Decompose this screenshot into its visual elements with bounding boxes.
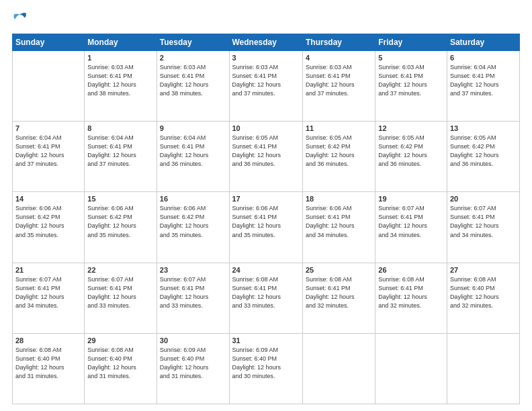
day-cell (447, 333, 519, 404)
day-info: Sunrise: 6:06 AM Sunset: 6:42 PM Dayligh… (87, 204, 153, 239)
day-number: 29 (87, 336, 153, 345)
day-info: Sunrise: 6:07 AM Sunset: 6:41 PM Dayligh… (87, 275, 153, 310)
day-info: Sunrise: 6:08 AM Sunset: 6:41 PM Dayligh… (232, 275, 300, 310)
day-number: 20 (450, 195, 517, 203)
day-info: Sunrise: 6:03 AM Sunset: 6:41 PM Dayligh… (87, 63, 153, 98)
day-cell: 4Sunrise: 6:03 AM Sunset: 6:41 PM Daylig… (302, 51, 375, 122)
week-row-4: 21Sunrise: 6:07 AM Sunset: 6:41 PM Dayli… (13, 263, 520, 333)
day-info: Sunrise: 6:07 AM Sunset: 6:41 PM Dayligh… (160, 275, 226, 310)
day-number: 21 (15, 266, 81, 274)
day-info: Sunrise: 6:05 AM Sunset: 6:42 PM Dayligh… (306, 134, 372, 169)
day-cell: 17Sunrise: 6:06 AM Sunset: 6:41 PM Dayli… (229, 192, 302, 263)
day-number: 14 (15, 195, 81, 203)
day-number: 19 (378, 195, 444, 203)
day-info: Sunrise: 6:04 AM Sunset: 6:41 PM Dayligh… (160, 134, 226, 169)
day-number: 6 (450, 54, 517, 62)
day-number: 30 (160, 336, 226, 345)
day-info: Sunrise: 6:03 AM Sunset: 6:41 PM Dayligh… (160, 63, 226, 98)
day-cell: 28Sunrise: 6:08 AM Sunset: 6:40 PM Dayli… (13, 333, 85, 404)
day-number: 9 (160, 124, 226, 132)
day-cell: 21Sunrise: 6:07 AM Sunset: 6:41 PM Dayli… (13, 263, 85, 333)
weekday-header-sunday: Sunday (13, 34, 85, 51)
day-info: Sunrise: 6:06 AM Sunset: 6:42 PM Dayligh… (160, 204, 226, 239)
day-number: 18 (306, 195, 372, 203)
weekday-header-tuesday: Tuesday (157, 34, 229, 51)
day-cell: 26Sunrise: 6:08 AM Sunset: 6:41 PM Dayli… (375, 263, 447, 333)
weekday-header-wednesday: Wednesday (229, 34, 302, 51)
day-number: 2 (160, 54, 226, 62)
day-number: 27 (450, 266, 517, 274)
day-number: 12 (378, 124, 444, 132)
day-cell: 22Sunrise: 6:07 AM Sunset: 6:41 PM Dayli… (85, 263, 157, 333)
day-cell: 25Sunrise: 6:08 AM Sunset: 6:41 PM Dayli… (302, 263, 375, 333)
day-info: Sunrise: 6:06 AM Sunset: 6:42 PM Dayligh… (15, 204, 81, 239)
day-cell: 6Sunrise: 6:04 AM Sunset: 6:41 PM Daylig… (447, 51, 519, 122)
day-number: 1 (87, 54, 153, 62)
calendar-page: SundayMondayTuesdayWednesdayThursdayFrid… (0, 0, 532, 411)
day-cell: 10Sunrise: 6:05 AM Sunset: 6:41 PM Dayli… (229, 122, 302, 192)
week-row-5: 28Sunrise: 6:08 AM Sunset: 6:40 PM Dayli… (13, 333, 520, 404)
calendar-table: SundayMondayTuesdayWednesdayThursdayFrid… (12, 34, 520, 404)
day-cell: 24Sunrise: 6:08 AM Sunset: 6:41 PM Dayli… (229, 263, 302, 333)
day-info: Sunrise: 6:05 AM Sunset: 6:42 PM Dayligh… (450, 134, 517, 169)
day-cell: 12Sunrise: 6:05 AM Sunset: 6:42 PM Dayli… (375, 122, 447, 192)
day-cell: 2Sunrise: 6:03 AM Sunset: 6:41 PM Daylig… (157, 51, 229, 122)
day-cell: 23Sunrise: 6:07 AM Sunset: 6:41 PM Dayli… (157, 263, 229, 333)
day-info: Sunrise: 6:04 AM Sunset: 6:41 PM Dayligh… (450, 63, 517, 98)
day-cell: 7Sunrise: 6:04 AM Sunset: 6:41 PM Daylig… (13, 122, 85, 192)
day-cell: 27Sunrise: 6:08 AM Sunset: 6:40 PM Dayli… (447, 263, 519, 333)
day-cell: 30Sunrise: 6:09 AM Sunset: 6:40 PM Dayli… (157, 333, 229, 404)
week-row-3: 14Sunrise: 6:06 AM Sunset: 6:42 PM Dayli… (13, 192, 520, 263)
day-cell: 3Sunrise: 6:03 AM Sunset: 6:41 PM Daylig… (229, 51, 302, 122)
day-number: 3 (232, 54, 300, 62)
day-cell: 15Sunrise: 6:06 AM Sunset: 6:42 PM Dayli… (85, 192, 157, 263)
day-number: 8 (87, 124, 153, 132)
day-cell: 18Sunrise: 6:06 AM Sunset: 6:41 PM Dayli… (302, 192, 375, 263)
day-info: Sunrise: 6:04 AM Sunset: 6:41 PM Dayligh… (15, 134, 81, 169)
day-info: Sunrise: 6:09 AM Sunset: 6:40 PM Dayligh… (160, 346, 226, 381)
day-info: Sunrise: 6:08 AM Sunset: 6:40 PM Dayligh… (87, 346, 153, 381)
day-number: 15 (87, 195, 153, 203)
day-info: Sunrise: 6:06 AM Sunset: 6:41 PM Dayligh… (232, 204, 300, 239)
day-info: Sunrise: 6:08 AM Sunset: 6:40 PM Dayligh… (450, 275, 517, 310)
weekday-header-row: SundayMondayTuesdayWednesdayThursdayFrid… (13, 34, 520, 51)
day-number: 7 (15, 124, 81, 132)
day-number: 23 (160, 266, 226, 274)
day-info: Sunrise: 6:08 AM Sunset: 6:41 PM Dayligh… (378, 275, 444, 310)
day-cell: 9Sunrise: 6:04 AM Sunset: 6:41 PM Daylig… (157, 122, 229, 192)
day-number: 10 (232, 124, 300, 132)
day-number: 17 (232, 195, 300, 203)
day-info: Sunrise: 6:07 AM Sunset: 6:41 PM Dayligh… (378, 204, 444, 239)
logo-icon (12, 12, 27, 27)
day-cell: 8Sunrise: 6:04 AM Sunset: 6:41 PM Daylig… (85, 122, 157, 192)
weekday-header-monday: Monday (85, 34, 157, 51)
day-cell: 31Sunrise: 6:09 AM Sunset: 6:40 PM Dayli… (229, 333, 302, 404)
week-row-1: 1Sunrise: 6:03 AM Sunset: 6:41 PM Daylig… (13, 51, 520, 122)
day-info: Sunrise: 6:05 AM Sunset: 6:41 PM Dayligh… (232, 134, 300, 169)
day-number: 26 (378, 266, 444, 274)
day-number: 4 (306, 54, 372, 62)
day-number: 28 (15, 336, 81, 345)
day-cell: 11Sunrise: 6:05 AM Sunset: 6:42 PM Dayli… (302, 122, 375, 192)
day-cell (375, 333, 447, 404)
day-info: Sunrise: 6:05 AM Sunset: 6:42 PM Dayligh… (378, 134, 444, 169)
logo (12, 12, 30, 27)
day-info: Sunrise: 6:04 AM Sunset: 6:41 PM Dayligh… (87, 134, 153, 169)
week-row-2: 7Sunrise: 6:04 AM Sunset: 6:41 PM Daylig… (13, 122, 520, 192)
day-info: Sunrise: 6:07 AM Sunset: 6:41 PM Dayligh… (450, 204, 517, 239)
day-number: 11 (306, 124, 372, 132)
day-info: Sunrise: 6:08 AM Sunset: 6:41 PM Dayligh… (306, 275, 372, 310)
day-number: 16 (160, 195, 226, 203)
header (12, 12, 520, 27)
day-info: Sunrise: 6:08 AM Sunset: 6:40 PM Dayligh… (15, 346, 81, 381)
day-number: 25 (306, 266, 372, 274)
day-info: Sunrise: 6:06 AM Sunset: 6:41 PM Dayligh… (306, 204, 372, 239)
day-cell: 16Sunrise: 6:06 AM Sunset: 6:42 PM Dayli… (157, 192, 229, 263)
day-number: 24 (232, 266, 300, 274)
day-cell: 13Sunrise: 6:05 AM Sunset: 6:42 PM Dayli… (447, 122, 519, 192)
day-cell: 20Sunrise: 6:07 AM Sunset: 6:41 PM Dayli… (447, 192, 519, 263)
weekday-header-friday: Friday (375, 34, 447, 51)
day-number: 22 (87, 266, 153, 274)
day-cell: 19Sunrise: 6:07 AM Sunset: 6:41 PM Dayli… (375, 192, 447, 263)
day-info: Sunrise: 6:07 AM Sunset: 6:41 PM Dayligh… (15, 275, 81, 310)
